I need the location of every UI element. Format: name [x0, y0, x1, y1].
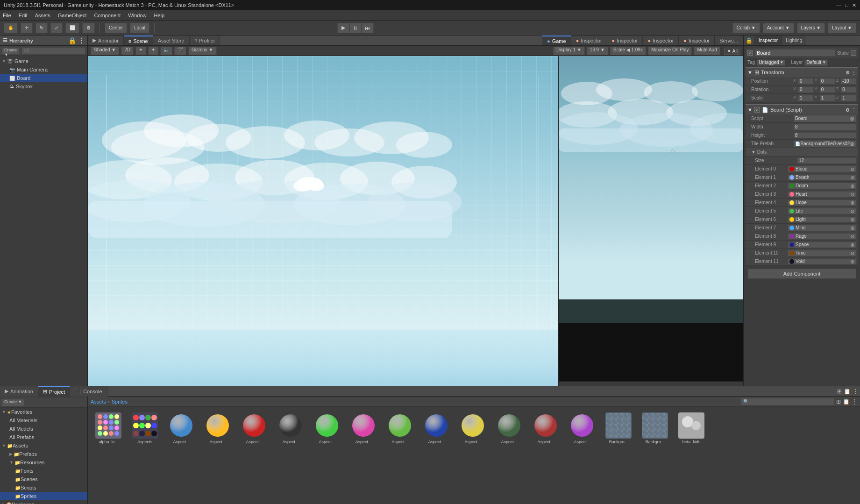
hand-tool-btn[interactable]: ✋ — [4, 23, 18, 33]
local-btn[interactable]: Local — [130, 23, 149, 33]
sidebar-scenes[interactable]: 📁 Scenes — [0, 475, 87, 483]
console-tab[interactable]: ⬛ Console — [70, 386, 107, 397]
services-tab[interactable]: Servic... — [715, 35, 743, 46]
menu-help[interactable]: Help — [154, 13, 164, 18]
element-value-5[interactable]: Life ◎ — [788, 208, 856, 214]
sidebar-fonts[interactable]: 📁 Fonts — [0, 467, 87, 475]
close-btn[interactable]: ✕ — [852, 2, 856, 8]
scl-z-field[interactable]: 1 — [840, 95, 856, 101]
layout-btn[interactable]: Layout ▼ — [828, 23, 856, 33]
aspect-dropdown[interactable]: 16:9 ▼ — [587, 47, 608, 55]
play-btn[interactable]: ▶ — [337, 23, 349, 33]
board-script-header[interactable]: ▼ ✓ 📄 Board (Script) ⚙ ⋮ — [746, 104, 858, 114]
sidebar-all-prefabs[interactable]: All Prefabs — [0, 433, 87, 441]
fx-btn[interactable]: ✦ — [148, 47, 158, 55]
hierarchy-search-input[interactable] — [21, 47, 85, 55]
add-component-btn[interactable]: Add Component — [747, 269, 856, 279]
menu-assets[interactable]: Assets — [35, 13, 50, 18]
mute-audio[interactable]: Mute Aud — [694, 47, 720, 55]
element-circle-11[interactable]: ◎ — [851, 259, 854, 264]
asset-item-1[interactable]: Aspects — [128, 411, 162, 446]
element-circle-10[interactable]: ◎ — [851, 251, 854, 256]
inspector-tab-2[interactable]: ● Inspector — [607, 35, 643, 46]
menu-edit[interactable]: Edit — [19, 13, 28, 18]
asset-item-12[interactable]: Aspect... — [529, 411, 562, 446]
element-value-7[interactable]: Mind ◎ — [788, 225, 856, 231]
account-btn[interactable]: Account ▼ — [763, 23, 794, 33]
asset-item-15[interactable]: Backgro... — [638, 411, 672, 446]
scene-view[interactable] — [88, 56, 559, 386]
inspector-main-tab[interactable]: Inspector — [755, 35, 782, 46]
asset-item-5[interactable]: Aspect... — [274, 411, 307, 446]
element-circle-4[interactable]: ◎ — [851, 200, 854, 205]
sidebar-packages[interactable]: ▶ 📦 Packages — [0, 500, 87, 504]
element-circle-0[interactable]: ◎ — [851, 167, 854, 171]
hierarchy-menu-icon[interactable]: ⋮ — [78, 37, 85, 44]
profiler-tab[interactable]: ⌗ Profiler — [190, 35, 220, 46]
layers-btn[interactable]: Layers ▼ — [797, 23, 825, 33]
menu-gameobject[interactable]: GameObject — [58, 13, 87, 18]
pos-y-field[interactable]: 0 — [819, 78, 835, 85]
element-circle-3[interactable]: ◎ — [851, 192, 854, 197]
assets-sprites-link[interactable]: Sprites — [112, 399, 128, 405]
video-btn[interactable]: 🎬 — [174, 47, 186, 55]
width-field[interactable]: 8 — [793, 124, 856, 130]
element-value-8[interactable]: Rage ◎ — [788, 233, 856, 240]
gizmos-dropdown[interactable]: Gizmos ▼ — [188, 47, 217, 55]
element-value-0[interactable]: Blood ◎ — [788, 166, 856, 172]
asset-item-3[interactable]: Aspect... — [201, 411, 235, 446]
element-circle-1[interactable]: ◎ — [851, 175, 854, 180]
menu-file[interactable]: File — [3, 13, 11, 18]
game-tab[interactable]: ● Game — [542, 35, 571, 46]
maximize-btn[interactable]: □ — [845, 2, 848, 8]
sidebar-sprites[interactable]: 📁 Sprites — [0, 492, 87, 500]
inspector-tab-4[interactable]: ● Inspector — [679, 35, 715, 46]
asset-item-9[interactable]: Aspect... — [419, 411, 453, 446]
asset-item-11[interactable]: Aspect... — [492, 411, 526, 446]
transform-overflow[interactable]: ⋮ — [852, 70, 856, 75]
tag-value[interactable]: Untagged ▼ — [757, 59, 785, 66]
tile-prefab-field[interactable]: 📄 BackgroundTileGlass02 ◎ — [793, 140, 856, 148]
element-value-6[interactable]: Light ◎ — [788, 216, 856, 223]
assets-icon-btn-2[interactable]: 📋 — [843, 398, 850, 405]
element-value-11[interactable]: Void ◎ — [788, 258, 856, 265]
layer-value[interactable]: Default ▼ — [804, 59, 828, 66]
asset-item-0[interactable]: alpha_ki... — [92, 411, 125, 446]
center-btn[interactable]: Center — [105, 23, 127, 33]
rot-z-field[interactable]: 0 — [840, 86, 856, 93]
asset-item-10[interactable]: Aspect... — [456, 411, 490, 446]
element-circle-7[interactable]: ◎ — [851, 226, 854, 230]
transform-header[interactable]: ▼ ⊞ Transform ⚙ ⋮ — [746, 67, 858, 77]
assets-root-link[interactable]: Assets — [91, 399, 106, 405]
lighting-btn[interactable]: ☀ — [135, 47, 146, 55]
pos-z-field[interactable]: -10 — [840, 78, 856, 85]
hierarchy-item-skybox[interactable]: 🌤 Skybox — [0, 82, 87, 91]
move-tool-btn[interactable]: ✛ — [21, 23, 33, 33]
element-value-10[interactable]: Time ◎ — [788, 250, 856, 256]
element-value-1[interactable]: Breath ◎ — [788, 174, 856, 181]
display-dropdown[interactable]: Display 1 ▼ — [553, 47, 585, 55]
inspector-tab-1[interactable]: ● Inspector — [571, 35, 607, 46]
rot-x-field[interactable]: 0 — [798, 86, 814, 93]
minimize-btn[interactable]: — — [836, 2, 841, 8]
asset-item-16[interactable]: beta_kids — [675, 411, 708, 446]
board-script-checkbox[interactable]: ✓ — [754, 107, 760, 113]
bottom-icon-3[interactable]: ⋮ — [853, 388, 858, 395]
transform-cog[interactable]: ⚙ — [846, 70, 850, 75]
sidebar-all-models[interactable]: All Models — [0, 425, 87, 433]
step-btn[interactable]: ⏭ — [362, 23, 374, 33]
bottom-icon-2[interactable]: 📋 — [844, 388, 851, 395]
menu-component[interactable]: Component — [94, 13, 121, 18]
object-name-field[interactable] — [755, 49, 835, 57]
maximize-on-play[interactable]: Maximize On Play — [648, 47, 692, 55]
element-circle-6[interactable]: ◎ — [851, 217, 854, 222]
script-field[interactable]: Board ◎ — [793, 115, 856, 122]
2d-toggle[interactable]: 2D — [121, 47, 134, 55]
dots-header-row[interactable]: ▼ Dots — [746, 148, 858, 156]
active-checkbox[interactable]: ✓ — [747, 50, 753, 56]
rotate-tool-btn[interactable]: ↻ — [36, 23, 48, 33]
scl-y-field[interactable]: 1 — [819, 95, 835, 101]
hierarchy-item-board[interactable]: ⬜ Board — [0, 74, 87, 82]
element-value-4[interactable]: Hope ◎ — [788, 199, 856, 206]
hierarchy-item-camera[interactable]: 📷 Main Camera — [0, 65, 87, 74]
